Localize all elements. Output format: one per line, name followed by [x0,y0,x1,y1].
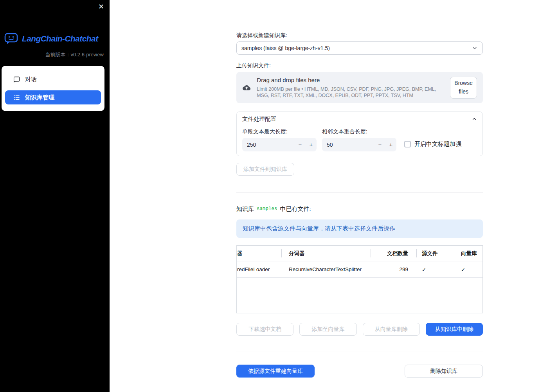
sidebar: ✕ LangChain-Chatchat 当前版本：v0.2.6-preview… [0,0,110,392]
divider [236,192,483,192]
delete-kb-button[interactable]: 删除知识库 [405,365,483,378]
overlap-size-group: 相邻文本重合长度: 50 − + [322,129,396,151]
sidebar-item-knowledge-base[interactable]: 知识库管理 [5,90,101,104]
overlap-size-decrement-button[interactable]: − [374,138,385,151]
kb-name-code: samples [257,206,277,212]
file-action-buttons: 下载选中文档 添加至向量库 从向量库删除 从知识库中删除 [236,323,483,336]
column-header-vector-store[interactable]: 向量库 [453,246,482,261]
expander-header[interactable]: 文件处理配置 [237,112,482,126]
sidebar-item-label: 对话 [25,76,37,83]
delete-from-vector-store-button[interactable]: 从向量库删除 [363,323,420,336]
chevron-up-icon [472,116,477,122]
expander-body: 单段文本最大长度: 250 − + 相邻文本重合长度: 50 − + [237,126,482,151]
app-logo: LangChain-Chatchat [4,33,110,45]
sidebar-item-dialogue[interactable]: 对话 [5,72,101,86]
column-header-doc-count[interactable]: 文档数量 [371,246,417,261]
version-caption: 当前版本：v0.2.6-preview [0,51,110,58]
overlap-size-label: 相邻文本重合长度: [322,129,396,134]
chunk-size-label: 单段文本最大长度: [242,129,317,134]
cell-loader: redFileLoader [237,261,282,277]
cell-vector-store-check: ✓ [453,261,482,277]
overlap-size-input[interactable]: 50 − + [322,138,396,151]
kb-files-table[interactable]: 器 分词器 文档数量 源文件 向量库 redFileLoader Recursi… [236,245,483,313]
file-dropzone[interactable]: Drag and drop files here Limit 200MB per… [236,72,483,103]
download-selected-button[interactable]: 下载选中文档 [236,323,293,336]
overlap-size-increment-button[interactable]: + [385,138,396,151]
info-banner: 知识库中包含源文件与向量库，请从下表中选择文件后操作 [236,219,483,238]
sidebar-close-icon[interactable]: ✕ [98,3,104,11]
kb-action-buttons: 依据源文件重建向量库 删除知识库 [236,365,483,378]
kb-select-label: 请选择或新建知识库: [236,32,483,38]
info-message: 知识库中包含源文件与向量库，请从下表中选择文件后操作 [243,225,395,232]
chunk-size-decrement-button[interactable]: − [295,138,306,151]
list-icon [13,94,20,101]
column-header-source-file[interactable]: 源文件 [417,246,453,261]
overlap-size-value: 50 [322,142,374,148]
app-window: ✕ LangChain-Chatchat 当前版本：v0.2.6-preview… [0,0,540,392]
rebuild-vector-store-button[interactable]: 依据源文件重建向量库 [236,365,315,378]
file-config-expander: 文件处理配置 单段文本最大长度: 250 − + 相邻文本重合长度: [236,111,483,156]
chunk-size-value: 250 [242,142,295,148]
dropzone-title: Drag and drop files here [257,77,444,83]
chunk-size-input[interactable]: 250 − + [242,138,317,151]
logo-text: LangChain-Chatchat [22,34,98,43]
column-header-splitter[interactable]: 分词器 [282,246,371,261]
chatchat-logo-icon [4,33,18,45]
kb-files-suffix: 中已有文件: [280,205,311,213]
table-header-row: 器 分词器 文档数量 源文件 向量库 [237,246,482,261]
sidebar-menu: 对话 知识库管理 [2,66,104,111]
main-content: 请选择或新建知识库: samples (faiss @ bge-large-zh… [236,0,483,378]
cloud-upload-icon [243,83,250,93]
add-to-vector-store-button[interactable]: 添加至向量库 [299,323,356,336]
divider [236,351,483,351]
browse-files-button[interactable]: Browse files [450,77,477,98]
delete-from-kb-button[interactable]: 从知识库中删除 [426,323,483,336]
dropzone-text: Drag and drop files here Limit 200MB per… [257,77,444,99]
checkbox-label: 开启中文标题加强 [414,140,461,148]
column-header-loader[interactable]: 器 [237,246,282,261]
chevron-down-icon [472,45,478,51]
upload-label: 上传知识文件: [236,63,483,68]
sidebar-item-label: 知识库管理 [25,94,54,101]
cell-splitter: RecursiveCharacterTextSplitter [282,261,371,277]
kb-select[interactable]: samples (faiss @ bge-large-zh-v1.5) [236,41,483,55]
cell-source-file-check: ✓ [417,261,453,277]
checkbox-box-icon [404,141,411,147]
kb-files-prefix: 知识库 [236,205,254,213]
chat-bubble-icon [13,76,20,83]
chunk-size-increment-button[interactable]: + [306,138,317,151]
add-files-to-kb-button[interactable]: 添加文件到知识库 [236,163,294,176]
expander-title: 文件处理配置 [242,115,276,123]
chunk-size-group: 单段文本最大长度: 250 − + [242,129,317,151]
zh-title-enhance-checkbox[interactable]: 开启中文标题加强 [404,140,461,148]
table-row[interactable]: redFileLoader RecursiveCharacterTextSpli… [237,261,482,278]
kb-select-value: samples (faiss @ bge-large-zh-v1.5) [241,45,472,51]
kb-files-heading: 知识库 samples 中已有文件: [236,206,483,212]
dropzone-limit-caption: Limit 200MB per file • HTML, MD, JSON, C… [257,86,444,99]
cell-doc-count: 299 [371,261,417,277]
